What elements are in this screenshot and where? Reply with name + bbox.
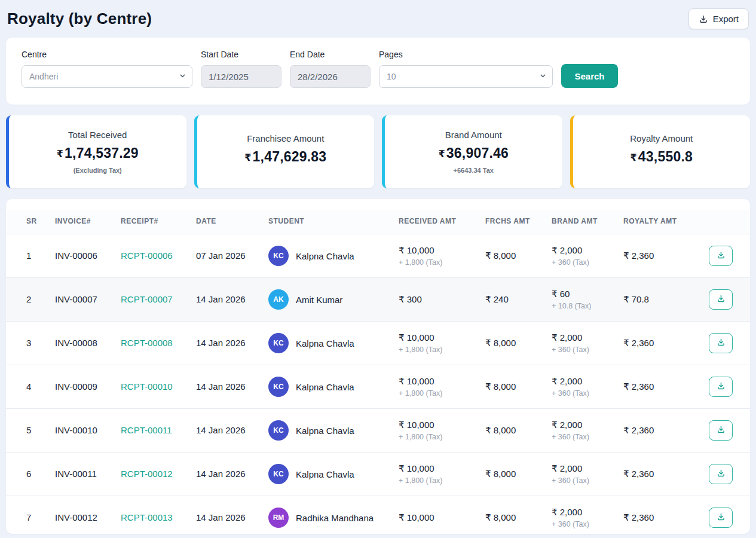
centre-field: Centre Andheri [22, 50, 192, 88]
download-receipt-button[interactable] [709, 377, 733, 397]
col-receipt: RECEIPT# [117, 210, 192, 234]
brand-amount: ₹ 60 [552, 289, 616, 299]
download-receipt-button[interactable] [709, 246, 733, 266]
centre-label: Centre [22, 50, 192, 59]
brand-tax: + 360 (Tax) [552, 346, 616, 354]
received-amount: ₹ 10,000 [399, 332, 478, 343]
receipt-link[interactable]: RCPT-00008 [121, 338, 173, 348]
invoice-number: INV-00010 [55, 425, 97, 435]
export-label: Export [713, 14, 739, 24]
receipt-link[interactable]: RCPT-00006 [121, 250, 173, 261]
receipt-link[interactable]: RCPT-00012 [121, 469, 173, 479]
invoice-date: 14 Jan 2026 [196, 338, 246, 348]
royalty-amount: ₹ 70.8 [623, 294, 702, 305]
brand-tax: + 360 (Tax) [552, 520, 616, 528]
invoice-date: 14 Jan 2026 [196, 469, 246, 479]
end-date-input[interactable] [290, 65, 371, 88]
download-icon [717, 381, 726, 392]
receipt-link[interactable]: RCPT-00010 [121, 381, 173, 392]
brand-tax: + 360 (Tax) [552, 476, 616, 485]
avatar: AK [268, 289, 289, 310]
card-amount: ₹43,550.8 [630, 149, 693, 165]
pages-select[interactable]: 10 [379, 65, 553, 88]
received-amount: ₹ 10,000 [399, 512, 478, 523]
received-tax: + 1,800 (Tax) [399, 476, 478, 485]
received-tax: + 1,800 (Tax) [399, 258, 478, 267]
table-row: 6 INV-00011 RCPT-00012 14 Jan 2026 KC Ka… [6, 453, 750, 496]
receipt-link[interactable]: RCPT-00013 [121, 512, 173, 522]
franchisee-amount: ₹ 8,000 [485, 338, 544, 349]
brand-tax: + 360 (Tax) [552, 258, 616, 267]
start-date-label: Start Date [201, 50, 281, 59]
royalty-table: SR INVOICE# RECEIPT# DATE STUDENT RECEIV… [6, 210, 750, 534]
avatar: RM [268, 508, 289, 528]
download-receipt-button[interactable] [709, 333, 733, 353]
end-date-label: End Date [290, 50, 371, 59]
student-cell: RM Radhika Mandhana [268, 508, 391, 528]
invoice-date: 14 Jan 2026 [196, 381, 246, 392]
brand-amount: ₹ 2,000 [552, 245, 616, 256]
student-name: Kalpna Chavla [296, 426, 354, 436]
brand-amount: ₹ 2,000 [552, 420, 616, 430]
sr-number: 5 [26, 425, 31, 435]
franchisee-amount: ₹ 8,000 [485, 250, 544, 261]
student-name: Amit Kumar [296, 295, 342, 305]
student-name: Kalpna Chavla [296, 382, 354, 392]
download-icon [717, 425, 726, 436]
invoice-date: 07 Jan 2026 [196, 250, 246, 261]
student-name: Kalpna Chavla [296, 469, 354, 479]
royalty-amount: ₹ 2,360 [623, 381, 702, 392]
royalty-amount: ₹ 2,360 [623, 469, 702, 479]
student-name: Radhika Mandhana [296, 513, 374, 523]
download-receipt-button[interactable] [709, 420, 733, 441]
received-amount: ₹ 10,000 [399, 463, 478, 474]
col-invoice: INVOICE# [51, 210, 117, 234]
download-receipt-button[interactable] [709, 289, 733, 310]
download-receipt-button[interactable] [709, 508, 733, 528]
download-icon [717, 294, 726, 305]
sr-number: 7 [26, 512, 31, 522]
avatar: KC [268, 464, 289, 484]
download-icon [699, 14, 708, 24]
col-frchs-amt: FRCHS AMT [482, 210, 548, 234]
start-date-input[interactable] [201, 65, 281, 88]
table-row: 3 INV-00008 RCPT-00008 14 Jan 2026 KC Ka… [6, 322, 750, 365]
royalty-table-card: SR INVOICE# RECEIPT# DATE STUDENT RECEIV… [6, 199, 750, 534]
search-button[interactable]: Search [561, 64, 618, 88]
student-name: Kalpna Chavla [296, 338, 354, 349]
student-cell: KC Kalpna Chavla [268, 246, 391, 266]
royalty-page: Royalty (by Centre) Export Centre Andher… [0, 0, 756, 534]
filter-panel: Centre Andheri Start Date End Date [6, 38, 750, 105]
table-row: 5 INV-00010 RCPT-00011 14 Jan 2026 KC Ka… [6, 409, 750, 453]
invoice-date: 14 Jan 2026 [196, 294, 246, 304]
download-icon [717, 250, 726, 261]
start-date-field: Start Date [201, 50, 281, 88]
brand-amount: ₹ 2,000 [552, 332, 616, 343]
rupee-symbol: ₹ [439, 149, 445, 159]
table-row: 1 INV-00006 RCPT-00006 07 Jan 2026 KC Ka… [6, 234, 750, 278]
card-royalty-amount: Royalty Amount ₹43,550.8 [570, 115, 751, 188]
franchisee-amount: ₹ 8,000 [485, 512, 544, 523]
receipt-link[interactable]: RCPT-00011 [121, 425, 172, 435]
card-subtext: +6643.34 Tax [454, 167, 494, 174]
invoice-number: INV-00009 [55, 381, 97, 392]
rupee-symbol: ₹ [57, 149, 63, 159]
export-button[interactable]: Export [688, 8, 749, 29]
centre-select[interactable]: Andheri [22, 65, 192, 88]
student-cell: KC Kalpna Chavla [268, 377, 391, 397]
invoice-date: 14 Jan 2026 [196, 425, 246, 435]
col-received-amt: RECEIVED AMT [395, 210, 482, 234]
download-receipt-button[interactable] [709, 464, 733, 484]
received-tax: + 1,800 (Tax) [399, 389, 478, 398]
table-body: 1 INV-00006 RCPT-00006 07 Jan 2026 KC Ka… [6, 234, 750, 534]
sr-number: 2 [26, 294, 31, 304]
summary-cards: Total Received ₹1,74,537.29 (Excluding T… [6, 115, 750, 188]
col-actions [705, 210, 750, 234]
sr-number: 1 [26, 250, 31, 261]
card-amount: ₹1,47,629.83 [244, 149, 326, 165]
receipt-link[interactable]: RCPT-00007 [121, 294, 173, 304]
table-row: 7 INV-00012 RCPT-00013 14 Jan 2026 RM Ra… [6, 496, 750, 534]
sr-number: 3 [26, 338, 31, 348]
brand-tax: + 10.8 (Tax) [552, 302, 616, 310]
table-header: SR INVOICE# RECEIPT# DATE STUDENT RECEIV… [6, 210, 750, 234]
